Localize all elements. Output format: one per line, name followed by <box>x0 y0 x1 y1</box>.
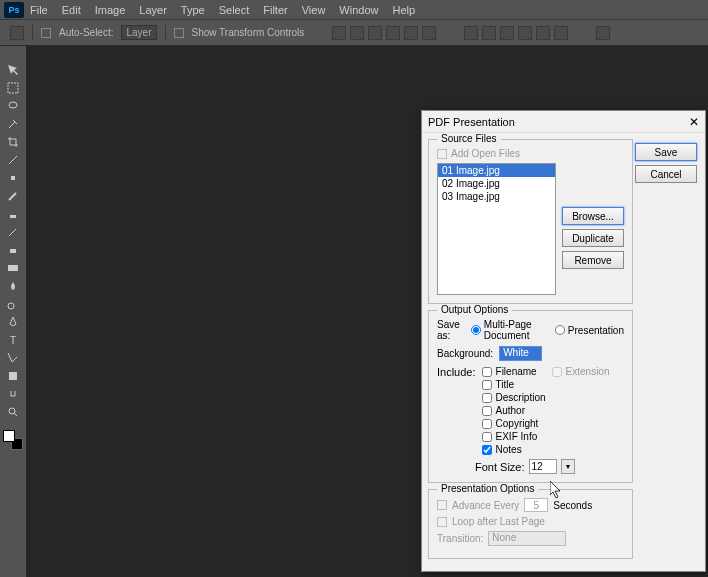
pen-tool-icon[interactable] <box>4 314 22 329</box>
font-size-input[interactable] <box>529 459 557 474</box>
crop-tool-icon[interactable] <box>4 134 22 149</box>
background-label: Background: <box>437 348 493 359</box>
wand-tool-icon[interactable] <box>4 116 22 131</box>
lasso-tool-icon[interactable] <box>4 98 22 113</box>
menu-edit[interactable]: Edit <box>62 4 81 16</box>
menu-layer[interactable]: Layer <box>139 4 167 16</box>
file-list[interactable]: 01 Image.jpg 02 Image.jpg 03 Image.jpg <box>437 163 556 295</box>
menu-file[interactable]: File <box>30 4 48 16</box>
shape-tool-icon[interactable] <box>4 368 22 383</box>
hand-tool-icon[interactable] <box>4 386 22 401</box>
eraser-tool-icon[interactable] <box>4 242 22 257</box>
dialog-title: PDF Presentation <box>428 116 515 128</box>
title-check[interactable] <box>482 380 492 390</box>
distribute-icon[interactable] <box>536 26 550 40</box>
marquee-tool-icon[interactable] <box>4 80 22 95</box>
duplicate-button[interactable]: Duplicate <box>562 229 624 247</box>
description-label: Description <box>496 392 546 403</box>
menu-select[interactable]: Select <box>219 4 250 16</box>
copyright-check[interactable] <box>482 419 492 429</box>
align-icon[interactable] <box>422 26 436 40</box>
title-label: Title <box>496 379 515 390</box>
stamp-tool-icon[interactable] <box>4 206 22 221</box>
svg-text:T: T <box>10 335 16 346</box>
options-bar: Auto-Select: Layer Show Transform Contro… <box>0 20 708 46</box>
healing-tool-icon[interactable] <box>4 170 22 185</box>
path-tool-icon[interactable] <box>4 350 22 365</box>
notes-check[interactable] <box>482 445 492 455</box>
history-brush-icon[interactable] <box>4 224 22 239</box>
move-tool-icon[interactable] <box>4 62 22 77</box>
auto-select-check[interactable] <box>41 28 51 38</box>
align-icon[interactable] <box>332 26 346 40</box>
svg-rect-3 <box>10 215 16 218</box>
menu-bar: File Edit Image Layer Type Select Filter… <box>0 0 708 20</box>
menu-help[interactable]: Help <box>392 4 415 16</box>
svg-point-6 <box>8 303 14 309</box>
svg-rect-2 <box>11 176 15 180</box>
list-item[interactable]: 01 Image.jpg <box>438 164 555 177</box>
menu-filter[interactable]: Filter <box>263 4 287 16</box>
align-icon[interactable] <box>350 26 364 40</box>
font-size-dropdown[interactable]: ▾ <box>561 459 575 474</box>
auto-select-dropdown[interactable]: Layer <box>121 25 156 40</box>
extension-check <box>552 367 562 377</box>
extension-label: Extension <box>566 366 610 377</box>
filename-check[interactable] <box>482 367 492 377</box>
menu-image[interactable]: Image <box>95 4 126 16</box>
foreground-color[interactable] <box>3 430 15 442</box>
menu-view[interactable]: View <box>302 4 326 16</box>
show-transform-label: Show Transform Controls <box>192 27 305 38</box>
mode-icon[interactable] <box>596 26 610 40</box>
align-icon[interactable] <box>368 26 382 40</box>
loop-check <box>437 517 447 527</box>
svg-rect-8 <box>9 372 17 380</box>
auto-select-label: Auto-Select: <box>59 27 113 38</box>
notes-label: Notes <box>496 444 522 455</box>
browse-button[interactable]: Browse... <box>562 207 624 225</box>
exif-label: EXIF Info <box>496 431 538 442</box>
distribute-icon[interactable] <box>482 26 496 40</box>
move-tool-icon[interactable] <box>10 26 24 40</box>
filename-label: Filename <box>496 366 537 377</box>
distribute-icon[interactable] <box>464 26 478 40</box>
distribute-icon[interactable] <box>500 26 514 40</box>
align-icon[interactable] <box>386 26 400 40</box>
background-dropdown[interactable]: White <box>499 346 542 361</box>
eyedropper-tool-icon[interactable] <box>4 152 22 167</box>
exif-check[interactable] <box>482 432 492 442</box>
distribute-icon[interactable] <box>554 26 568 40</box>
dodge-tool-icon[interactable] <box>4 296 22 311</box>
transition-dropdown: None <box>488 531 566 546</box>
distribute-icon[interactable] <box>518 26 532 40</box>
save-button[interactable]: Save <box>635 143 697 161</box>
save-as-label: Save as: <box>437 319 465 341</box>
list-item[interactable]: 02 Image.jpg <box>438 177 555 190</box>
type-tool-icon[interactable]: T <box>4 332 22 347</box>
description-check[interactable] <box>482 393 492 403</box>
author-check[interactable] <box>482 406 492 416</box>
presentation-radio[interactable] <box>555 325 565 335</box>
close-icon[interactable]: ✕ <box>689 115 699 129</box>
seconds-label: Seconds <box>553 500 592 511</box>
color-swatches[interactable] <box>3 430 23 450</box>
zoom-tool-icon[interactable] <box>4 404 22 419</box>
gradient-tool-icon[interactable] <box>4 260 22 275</box>
tools-panel: T <box>0 46 26 450</box>
cancel-button[interactable]: Cancel <box>635 165 697 183</box>
remove-button[interactable]: Remove <box>562 251 624 269</box>
loop-label: Loop after Last Page <box>452 516 545 527</box>
brush-tool-icon[interactable] <box>4 188 22 203</box>
presentation-options-legend: Presentation Options <box>437 483 538 494</box>
multi-page-radio[interactable] <box>471 325 481 335</box>
advance-input <box>524 498 548 512</box>
advance-label: Advance Every <box>452 500 519 511</box>
list-item[interactable]: 03 Image.jpg <box>438 190 555 203</box>
menu-type[interactable]: Type <box>181 4 205 16</box>
blur-tool-icon[interactable] <box>4 278 22 293</box>
show-transform-check[interactable] <box>174 28 184 38</box>
menu-window[interactable]: Window <box>339 4 378 16</box>
multi-page-label: Multi-Page Document <box>484 319 549 341</box>
presentation-label: Presentation <box>568 325 624 336</box>
align-icon[interactable] <box>404 26 418 40</box>
